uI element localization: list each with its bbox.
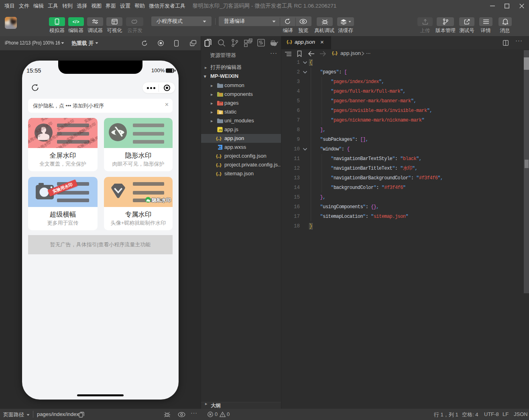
svg-text:<>: <> bbox=[220, 103, 223, 105]
svg-text:JS: JS bbox=[218, 128, 222, 132]
